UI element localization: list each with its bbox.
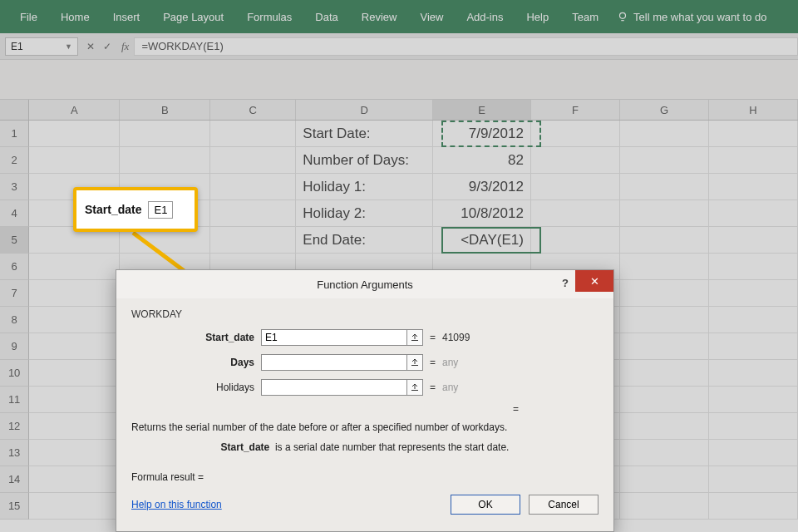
cell-D5[interactable]: End Date: [296,227,433,254]
col-header-D[interactable]: D [296,100,433,120]
cell-G3[interactable] [620,174,709,200]
cell-C2[interactable] [210,147,296,174]
cell-B2[interactable] [120,147,210,174]
col-header-A[interactable]: A [29,100,120,120]
cell-A11[interactable] [29,387,120,413]
cell-C1[interactable] [210,121,296,147]
cell-G8[interactable] [620,307,709,333]
cell-G15[interactable] [620,493,709,520]
row-header-9[interactable]: 9 [0,333,29,360]
tell-me-search[interactable]: Tell me what you want to do [617,11,766,23]
cell-A9[interactable] [29,333,120,360]
range-select-icon[interactable] [406,329,423,346]
cell-H6[interactable] [709,254,798,280]
cell-H9[interactable] [709,333,798,360]
cell-E1[interactable]: 7/9/2012 [433,121,531,147]
tab-home[interactable]: Home [49,0,101,33]
cell-G14[interactable] [620,466,709,493]
cell-F4[interactable] [531,200,620,227]
cell-F3[interactable] [531,174,620,200]
row-header-12[interactable]: 12 [0,413,29,440]
cell-H13[interactable] [709,440,798,466]
cell-G4[interactable] [620,200,709,227]
select-all-corner[interactable] [0,100,29,120]
cell-H7[interactable] [709,280,798,307]
formula-input[interactable]: =WORKDAY(E1) [134,37,798,56]
col-header-E[interactable]: E [433,100,531,120]
tab-data[interactable]: Data [303,0,349,33]
row-header-6[interactable]: 6 [0,254,29,280]
cell-H1[interactable] [709,121,798,147]
cell-A2[interactable] [29,147,120,174]
tab-review[interactable]: Review [350,0,409,33]
tab-formulas[interactable]: Formulas [235,0,303,33]
cell-F2[interactable] [531,147,620,174]
dialog-help-icon[interactable]: ? [562,277,569,289]
tab-insert[interactable]: Insert [101,0,152,33]
cell-H14[interactable] [709,466,798,493]
cell-A8[interactable] [29,307,120,333]
row-header-14[interactable]: 14 [0,466,29,493]
help-link[interactable]: Help on this function [131,499,222,510]
cell-H15[interactable] [709,493,798,520]
cell-A6[interactable] [29,254,120,280]
row-header-4[interactable]: 4 [0,200,29,227]
arg-input-days[interactable] [261,354,407,371]
tab-page-layout[interactable]: Page Layout [151,0,235,33]
cell-H4[interactable] [709,200,798,227]
row-header-13[interactable]: 13 [0,440,29,466]
tab-help[interactable]: Help [515,0,560,33]
cell-D4[interactable]: Holiday 2: [296,200,433,227]
cell-A15[interactable] [29,493,120,520]
cell-F1[interactable] [531,121,620,147]
row-header-11[interactable]: 11 [0,387,29,413]
row-header-7[interactable]: 7 [0,280,29,307]
cell-E2[interactable]: 82 [433,147,531,174]
cell-H8[interactable] [709,307,798,333]
cell-G7[interactable] [620,280,709,307]
cell-H12[interactable] [709,413,798,440]
tab-file[interactable]: File [8,0,49,33]
cell-E5[interactable]: <DAY(E1) [433,227,531,254]
cell-F5[interactable] [531,227,620,254]
row-header-3[interactable]: 3 [0,174,29,200]
formula-enter-icon[interactable]: ✓ [103,41,111,52]
cell-C3[interactable] [210,174,296,200]
cell-A14[interactable] [29,466,120,493]
cell-G5[interactable] [620,227,709,254]
cell-H11[interactable] [709,387,798,413]
dialog-titlebar[interactable]: Function Arguments ? ✕ [116,270,613,298]
col-header-F[interactable]: F [531,100,620,120]
cell-G13[interactable] [620,440,709,466]
cell-H10[interactable] [709,360,798,387]
arg-input-holidays[interactable] [261,379,407,396]
col-header-H[interactable]: H [709,100,798,120]
cell-B1[interactable] [120,121,210,147]
name-box[interactable]: E1 ▼ [5,37,78,56]
cell-G2[interactable] [620,147,709,174]
row-header-15[interactable]: 15 [0,493,29,520]
cell-E4[interactable]: 10/8/2012 [433,200,531,227]
cell-D1[interactable]: Start Date: [296,121,433,147]
cell-A10[interactable] [29,360,120,387]
tab-view[interactable]: View [408,0,455,33]
range-select-icon[interactable] [406,354,423,371]
cell-A12[interactable] [29,413,120,440]
range-select-icon[interactable] [406,379,423,396]
fx-icon[interactable]: fx [116,40,134,53]
formula-cancel-icon[interactable]: ✕ [86,41,95,52]
row-header-1[interactable]: 1 [0,121,29,147]
cell-G11[interactable] [620,387,709,413]
cell-H5[interactable] [709,227,798,254]
cell-D2[interactable]: Number of Days: [296,147,433,174]
cell-G10[interactable] [620,360,709,387]
cell-G6[interactable] [620,254,709,280]
cell-H2[interactable] [709,147,798,174]
ok-button[interactable]: OK [451,495,520,515]
tab-addins[interactable]: Add-ins [455,0,515,33]
cell-G12[interactable] [620,413,709,440]
col-header-G[interactable]: G [620,100,709,120]
cell-A1[interactable] [29,121,120,147]
col-header-C[interactable]: C [210,100,296,120]
row-header-10[interactable]: 10 [0,360,29,387]
